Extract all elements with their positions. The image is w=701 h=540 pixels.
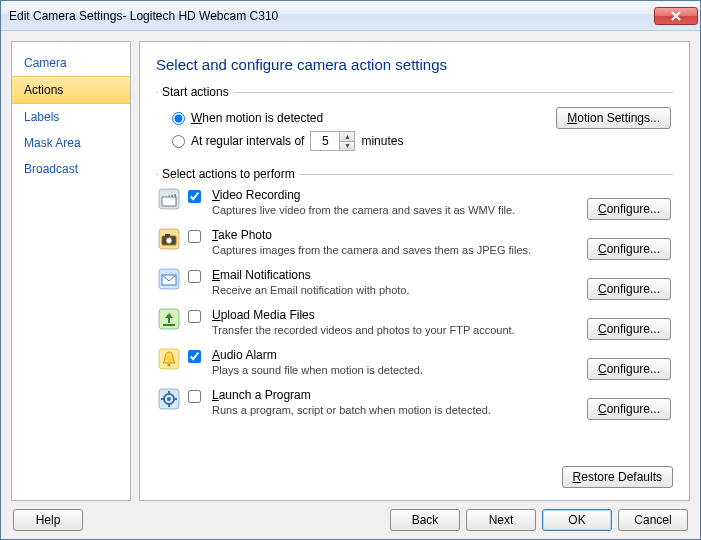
- spinner-down[interactable]: ▼: [340, 142, 354, 151]
- when-motion-radio[interactable]: [172, 112, 185, 125]
- interval-row: At regular intervals of ▲ ▼ minutes: [158, 129, 671, 153]
- action-description: Runs a program, script or batch when mot…: [212, 404, 579, 416]
- action-title: Audio Alarm: [212, 348, 579, 362]
- action-title: Launch a Program: [212, 388, 579, 402]
- start-actions-group: Start actions When motion is detected Mo…: [156, 85, 673, 157]
- sidebar-item-mask-area[interactable]: Mask Area: [12, 130, 130, 156]
- configure-button[interactable]: Configure...: [587, 358, 671, 380]
- bottom-bar: Help Back Next OK Cancel: [11, 509, 690, 531]
- svg-point-4: [166, 238, 172, 244]
- when-motion-label: When motion is detected: [191, 111, 323, 125]
- actions-list: Video Recording Captures live video from…: [158, 185, 671, 423]
- content-panel: Select and configure camera action setti…: [139, 41, 690, 501]
- client-area: Camera Actions Labels Mask Area Broadcas…: [1, 31, 700, 539]
- action-checkbox[interactable]: [188, 390, 201, 403]
- sidebar: Camera Actions Labels Mask Area Broadcas…: [11, 41, 131, 501]
- action-checkbox[interactable]: [188, 350, 201, 363]
- action-row: Video Recording Captures live video from…: [158, 185, 671, 223]
- next-button[interactable]: Next: [466, 509, 536, 531]
- action-checkbox[interactable]: [188, 270, 201, 283]
- restore-defaults-button[interactable]: Restore Defaults: [562, 466, 673, 488]
- action-row: Take Photo Captures images from the came…: [158, 225, 671, 263]
- action-icon: [158, 308, 180, 330]
- configure-button[interactable]: Configure...: [587, 278, 671, 300]
- motion-detected-row: When motion is detected Motion Settings.…: [158, 107, 671, 129]
- interval-label-suffix: minutes: [361, 134, 403, 148]
- interval-input[interactable]: [311, 132, 339, 150]
- action-checkbox[interactable]: [188, 310, 201, 323]
- action-description: Captures images from the camera and save…: [212, 244, 579, 256]
- back-button[interactable]: Back: [390, 509, 460, 531]
- action-description: Transfer the recorded videos and photos …: [212, 324, 579, 336]
- interval-label-prefix: At regular intervals of: [191, 134, 304, 148]
- action-row: Launch a Program Runs a program, script …: [158, 385, 671, 423]
- sidebar-item-broadcast[interactable]: Broadcast: [12, 156, 130, 182]
- main-row: Camera Actions Labels Mask Area Broadcas…: [11, 41, 690, 501]
- svg-point-14: [167, 397, 171, 401]
- action-icon: [158, 188, 180, 210]
- action-icon: [158, 348, 180, 370]
- spinner-up[interactable]: ▲: [340, 132, 354, 142]
- svg-rect-9: [163, 324, 175, 326]
- perform-actions-group: Select actions to perform Video Recordin…: [156, 167, 673, 450]
- window-title: Edit Camera Settings- Logitech HD Webcam…: [9, 9, 654, 23]
- page-title: Select and configure camera action setti…: [156, 56, 673, 73]
- action-title: Email Notifications: [212, 268, 579, 282]
- close-button[interactable]: [654, 7, 698, 25]
- action-description: Plays a sound file when motion is detect…: [212, 364, 579, 376]
- configure-button[interactable]: Configure...: [587, 398, 671, 420]
- action-icon: [158, 228, 180, 250]
- action-description: Receive an Email notification with photo…: [212, 284, 579, 296]
- interval-spinner[interactable]: ▲ ▼: [310, 131, 355, 151]
- action-icon: [158, 388, 180, 410]
- titlebar: Edit Camera Settings- Logitech HD Webcam…: [1, 1, 700, 31]
- interval-radio[interactable]: [172, 135, 185, 148]
- svg-rect-5: [165, 234, 170, 237]
- configure-button[interactable]: Configure...: [587, 318, 671, 340]
- action-title: Take Photo: [212, 228, 579, 242]
- sidebar-item-labels[interactable]: Labels: [12, 104, 130, 130]
- action-icon: [158, 268, 180, 290]
- action-row: Upload Media Files Transfer the recorded…: [158, 305, 671, 343]
- action-title: Upload Media Files: [212, 308, 579, 322]
- start-actions-legend: Start actions: [158, 85, 233, 99]
- action-row: Audio Alarm Plays a sound file when moti…: [158, 345, 671, 383]
- close-icon: [671, 11, 681, 21]
- ok-button[interactable]: OK: [542, 509, 612, 531]
- cancel-button[interactable]: Cancel: [618, 509, 688, 531]
- motion-settings-button[interactable]: Motion Settings...: [556, 107, 671, 129]
- configure-button[interactable]: Configure...: [587, 198, 671, 220]
- action-checkbox[interactable]: [188, 230, 201, 243]
- help-button[interactable]: Help: [13, 509, 83, 531]
- action-checkbox[interactable]: [188, 190, 201, 203]
- dialog-window: Edit Camera Settings- Logitech HD Webcam…: [0, 0, 701, 540]
- perform-actions-legend: Select actions to perform: [158, 167, 299, 181]
- action-row: Email Notifications Receive an Email not…: [158, 265, 671, 303]
- svg-point-11: [168, 364, 171, 367]
- configure-button[interactable]: Configure...: [587, 238, 671, 260]
- action-description: Captures live video from the camera and …: [212, 204, 579, 216]
- action-title: Video Recording: [212, 188, 579, 202]
- sidebar-item-camera[interactable]: Camera: [12, 50, 130, 76]
- svg-rect-1: [162, 197, 176, 206]
- sidebar-item-actions[interactable]: Actions: [12, 76, 130, 104]
